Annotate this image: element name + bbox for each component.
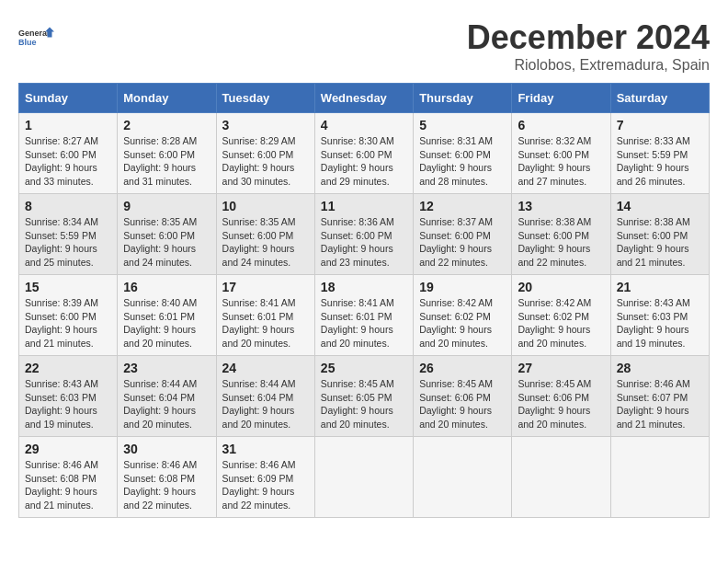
calendar-cell: 11 Sunrise: 8:36 AMSunset: 6:00 PMDaylig…: [314, 194, 413, 275]
calendar-cell: 5 Sunrise: 8:31 AMSunset: 6:00 PMDayligh…: [414, 113, 512, 194]
day-number: 26: [419, 361, 506, 375]
calendar-cell: 31 Sunrise: 8:46 AMSunset: 6:09 PMDaylig…: [216, 437, 314, 518]
day-detail: Sunrise: 8:39 AMSunset: 6:00 PMDaylight:…: [25, 297, 98, 349]
calendar-cell: 21 Sunrise: 8:43 AMSunset: 6:03 PMDaylig…: [610, 275, 709, 356]
day-number: 29: [25, 442, 111, 456]
calendar-cell: 30 Sunrise: 8:46 AMSunset: 6:08 PMDaylig…: [118, 437, 216, 518]
day-number: 4: [321, 118, 407, 132]
calendar-cell: 24 Sunrise: 8:44 AMSunset: 6:04 PMDaylig…: [216, 356, 314, 437]
day-detail: Sunrise: 8:34 AMSunset: 5:59 PMDaylight:…: [25, 216, 98, 268]
calendar-cell: 15 Sunrise: 8:39 AMSunset: 6:00 PMDaylig…: [19, 275, 118, 356]
calendar-cell: 20 Sunrise: 8:42 AMSunset: 6:02 PMDaylig…: [512, 275, 610, 356]
day-detail: Sunrise: 8:45 AMSunset: 6:06 PMDaylight:…: [419, 378, 493, 430]
day-number: 22: [25, 361, 111, 375]
day-number: 5: [419, 118, 506, 132]
day-detail: Sunrise: 8:28 AMSunset: 6:00 PMDaylight:…: [123, 135, 197, 187]
day-number: 21: [617, 280, 703, 294]
day-detail: Sunrise: 8:40 AMSunset: 6:01 PMDaylight:…: [123, 297, 197, 349]
calendar-cell: 26 Sunrise: 8:45 AMSunset: 6:06 PMDaylig…: [414, 356, 512, 437]
calendar-cell: 4 Sunrise: 8:30 AMSunset: 6:00 PMDayligh…: [314, 113, 413, 194]
day-detail: Sunrise: 8:31 AMSunset: 6:00 PMDaylight:…: [419, 135, 493, 187]
logo: General Blue: [18, 18, 55, 55]
calendar-week-4: 22 Sunrise: 8:43 AMSunset: 6:03 PMDaylig…: [19, 356, 710, 437]
day-detail: Sunrise: 8:32 AMSunset: 6:00 PMDaylight:…: [518, 135, 591, 187]
day-number: 16: [123, 280, 210, 294]
calendar-cell: 29 Sunrise: 8:46 AMSunset: 6:08 PMDaylig…: [19, 437, 118, 518]
calendar-week-3: 15 Sunrise: 8:39 AMSunset: 6:00 PMDaylig…: [19, 275, 710, 356]
day-number: 18: [321, 280, 407, 294]
logo-svg: General Blue: [18, 18, 55, 55]
day-number: 25: [321, 361, 407, 375]
calendar-cell: 6 Sunrise: 8:32 AMSunset: 6:00 PMDayligh…: [512, 113, 610, 194]
day-number: 8: [25, 199, 111, 213]
svg-text:General: General: [18, 29, 50, 38]
header: General Blue December 2024 Riolobos, Ext…: [18, 18, 710, 74]
col-saturday: Saturday: [610, 84, 709, 113]
calendar-cell: 8 Sunrise: 8:34 AMSunset: 5:59 PMDayligh…: [19, 194, 118, 275]
col-sunday: Sunday: [19, 84, 118, 113]
calendar-cell: 22 Sunrise: 8:43 AMSunset: 6:03 PMDaylig…: [19, 356, 118, 437]
calendar-cell: [314, 437, 413, 518]
day-detail: Sunrise: 8:45 AMSunset: 6:05 PMDaylight:…: [321, 378, 394, 430]
day-number: 6: [518, 118, 604, 132]
calendar-cell: 1 Sunrise: 8:27 AMSunset: 6:00 PMDayligh…: [19, 113, 118, 194]
day-detail: Sunrise: 8:46 AMSunset: 6:08 PMDaylight:…: [123, 459, 197, 511]
calendar-cell: 19 Sunrise: 8:42 AMSunset: 6:02 PMDaylig…: [414, 275, 512, 356]
header-row: Sunday Monday Tuesday Wednesday Thursday…: [19, 84, 710, 113]
col-friday: Friday: [512, 84, 610, 113]
calendar-week-5: 29 Sunrise: 8:46 AMSunset: 6:08 PMDaylig…: [19, 437, 710, 518]
calendar-cell: 25 Sunrise: 8:45 AMSunset: 6:05 PMDaylig…: [314, 356, 413, 437]
calendar-cell: 10 Sunrise: 8:35 AMSunset: 6:00 PMDaylig…: [216, 194, 314, 275]
day-number: 10: [222, 199, 309, 213]
calendar-cell: 12 Sunrise: 8:37 AMSunset: 6:00 PMDaylig…: [414, 194, 512, 275]
calendar-cell: [414, 437, 512, 518]
day-detail: Sunrise: 8:36 AMSunset: 6:00 PMDaylight:…: [321, 216, 394, 268]
calendar-cell: 13 Sunrise: 8:38 AMSunset: 6:00 PMDaylig…: [512, 194, 610, 275]
day-detail: Sunrise: 8:35 AMSunset: 6:00 PMDaylight:…: [123, 216, 197, 268]
day-detail: Sunrise: 8:42 AMSunset: 6:02 PMDaylight:…: [419, 297, 493, 349]
day-number: 11: [321, 199, 407, 213]
day-detail: Sunrise: 8:38 AMSunset: 6:00 PMDaylight:…: [617, 216, 690, 268]
day-detail: Sunrise: 8:41 AMSunset: 6:01 PMDaylight:…: [222, 297, 296, 349]
day-detail: Sunrise: 8:37 AMSunset: 6:00 PMDaylight:…: [419, 216, 493, 268]
calendar-cell: 17 Sunrise: 8:41 AMSunset: 6:01 PMDaylig…: [216, 275, 314, 356]
day-number: 30: [123, 442, 210, 456]
calendar-week-2: 8 Sunrise: 8:34 AMSunset: 5:59 PMDayligh…: [19, 194, 710, 275]
calendar-cell: 3 Sunrise: 8:29 AMSunset: 6:00 PMDayligh…: [216, 113, 314, 194]
day-number: 19: [419, 280, 506, 294]
day-detail: Sunrise: 8:44 AMSunset: 6:04 PMDaylight:…: [222, 378, 296, 430]
day-detail: Sunrise: 8:29 AMSunset: 6:00 PMDaylight:…: [222, 135, 296, 187]
col-wednesday: Wednesday: [314, 84, 413, 113]
calendar-cell: [610, 437, 709, 518]
day-number: 9: [123, 199, 210, 213]
day-number: 7: [617, 118, 703, 132]
day-number: 14: [617, 199, 703, 213]
calendar-cell: 18 Sunrise: 8:41 AMSunset: 6:01 PMDaylig…: [314, 275, 413, 356]
calendar-cell: 14 Sunrise: 8:38 AMSunset: 6:00 PMDaylig…: [610, 194, 709, 275]
day-number: 23: [123, 361, 210, 375]
calendar-cell: [512, 437, 610, 518]
day-number: 17: [222, 280, 309, 294]
day-detail: Sunrise: 8:46 AMSunset: 6:09 PMDaylight:…: [222, 459, 296, 511]
calendar-cell: 9 Sunrise: 8:35 AMSunset: 6:00 PMDayligh…: [118, 194, 216, 275]
day-detail: Sunrise: 8:43 AMSunset: 6:03 PMDaylight:…: [617, 297, 690, 349]
calendar-cell: 27 Sunrise: 8:45 AMSunset: 6:06 PMDaylig…: [512, 356, 610, 437]
calendar-cell: 7 Sunrise: 8:33 AMSunset: 5:59 PMDayligh…: [610, 113, 709, 194]
day-detail: Sunrise: 8:30 AMSunset: 6:00 PMDaylight:…: [321, 135, 394, 187]
day-number: 20: [518, 280, 604, 294]
col-monday: Monday: [118, 84, 216, 113]
svg-text:Blue: Blue: [18, 38, 37, 47]
calendar-cell: 28 Sunrise: 8:46 AMSunset: 6:07 PMDaylig…: [610, 356, 709, 437]
day-number: 3: [222, 118, 309, 132]
title-area: December 2024 Riolobos, Extremadura, Spa…: [467, 18, 710, 74]
day-detail: Sunrise: 8:38 AMSunset: 6:00 PMDaylight:…: [518, 216, 591, 268]
day-detail: Sunrise: 8:41 AMSunset: 6:01 PMDaylight:…: [321, 297, 394, 349]
month-title: December 2024: [467, 18, 710, 57]
day-number: 27: [518, 361, 604, 375]
day-number: 1: [25, 118, 111, 132]
day-detail: Sunrise: 8:35 AMSunset: 6:00 PMDaylight:…: [222, 216, 296, 268]
day-number: 24: [222, 361, 309, 375]
day-detail: Sunrise: 8:42 AMSunset: 6:02 PMDaylight:…: [518, 297, 591, 349]
location-title: Riolobos, Extremadura, Spain: [467, 57, 710, 74]
calendar-cell: 2 Sunrise: 8:28 AMSunset: 6:00 PMDayligh…: [118, 113, 216, 194]
